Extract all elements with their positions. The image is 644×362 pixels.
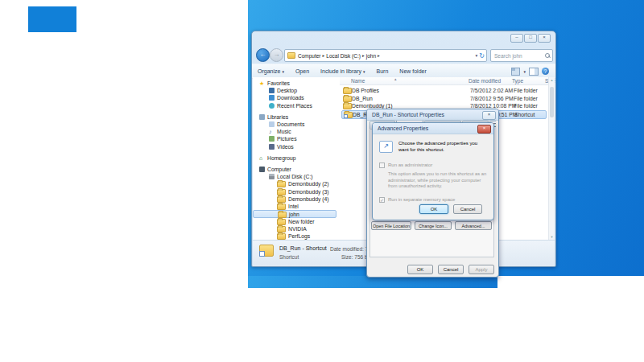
ok-button[interactable]: OK bbox=[407, 265, 433, 274]
sidebar-item-label: Desktop bbox=[277, 88, 297, 93]
properties-dialog-titlebar[interactable]: DB_Run - Shortcut Properties × bbox=[367, 109, 498, 121]
sidebar-item-label: Demonbuddy (4) bbox=[288, 196, 329, 202]
help-icon[interactable]: ? bbox=[542, 68, 549, 75]
sidebar-item-label: Pictures bbox=[277, 136, 297, 142]
maximize-button-icon[interactable]: □ bbox=[524, 34, 537, 43]
sidebar-item-libraries[interactable]: Libraries bbox=[253, 113, 340, 121]
sidebar-item-perflogs[interactable]: PerfLogs bbox=[253, 232, 340, 240]
recent-places-icon bbox=[269, 103, 275, 109]
sidebar-item-label: Intel bbox=[288, 204, 299, 209]
star-icon: ★ bbox=[259, 80, 265, 86]
file-row-db-profiles[interactable]: DB Profiles 7/5/2012 2:02 AM File folder bbox=[341, 87, 545, 94]
organize-button[interactable]: Organize ▾ bbox=[252, 68, 290, 74]
advanced-dialog-intro: Choose the advanced properties you want … bbox=[398, 141, 489, 153]
preview-pane-icon[interactable] bbox=[529, 68, 539, 76]
sidebar-item-label: PerfLogs bbox=[288, 233, 310, 239]
sidebar-item-computer[interactable]: Computer bbox=[253, 166, 340, 173]
sidebar-item-label: New folder bbox=[288, 219, 315, 224]
sidebar-item-label: Local Disk (C:) bbox=[277, 174, 313, 179]
advanced-dialog-titlebar[interactable]: Advanced Properties × bbox=[373, 123, 493, 134]
sidebar-item-demonbuddy-2[interactable]: Demonbuddy (2) bbox=[253, 180, 340, 187]
advanced-button[interactable]: Advanced... bbox=[455, 221, 492, 230]
downloads-icon bbox=[269, 95, 275, 101]
sidebar-item-label: Downloads bbox=[277, 95, 304, 101]
cancel-button[interactable]: Cancel bbox=[453, 204, 482, 214]
close-icon[interactable]: × bbox=[477, 125, 491, 134]
sidebar-item-demonbuddy-3[interactable]: Demonbuddy (3) bbox=[253, 187, 340, 195]
chevron-down-icon: ▾ bbox=[363, 69, 365, 74]
search-placeholder: Search john bbox=[494, 53, 522, 59]
sort-ascending-icon: ▴ bbox=[394, 76, 397, 81]
sidebar-item-nvidia[interactable]: NVIDIA bbox=[253, 225, 340, 232]
desktop-icon bbox=[269, 88, 275, 93]
cancel-button[interactable]: Cancel bbox=[438, 265, 464, 274]
change-icon-button[interactable]: Change Icon... bbox=[415, 221, 452, 230]
status-file-name: DB_Run - Shortcut bbox=[279, 245, 327, 251]
sidebar-item-desktop[interactable]: Desktop bbox=[253, 87, 340, 94]
chevron-down-icon[interactable]: ▾ bbox=[523, 69, 526, 74]
file-type: File folder bbox=[514, 103, 538, 109]
close-icon[interactable]: × bbox=[482, 111, 496, 120]
address-dropdown-icon[interactable]: ▾ bbox=[476, 53, 478, 58]
sidebar-item-favorites[interactable]: ★Favorites bbox=[253, 80, 340, 87]
documents-icon bbox=[269, 121, 275, 127]
search-input[interactable]: Search john bbox=[490, 49, 553, 62]
scrollbar-thumb[interactable] bbox=[550, 87, 554, 117]
breadcrumb-segment-computer[interactable]: Computer bbox=[298, 53, 321, 59]
vertical-scrollbar[interactable]: ▲ ▼ bbox=[548, 77, 555, 240]
breadcrumb-drive-icon bbox=[287, 52, 295, 59]
folder-icon bbox=[277, 189, 286, 195]
sidebar-item-john[interactable]: john bbox=[253, 210, 336, 218]
change-view-icon[interactable] bbox=[511, 68, 520, 76]
sidebar-item-homegroup[interactable]: ⌂Homegroup bbox=[253, 154, 340, 162]
sidebar-item-pictures[interactable]: Pictures bbox=[253, 135, 340, 142]
sidebar-item-videos[interactable]: Videos bbox=[253, 143, 340, 150]
forward-icon[interactable]: → bbox=[270, 48, 283, 62]
sidebar-item-intel[interactable]: Intel bbox=[253, 203, 340, 210]
homegroup-icon: ⌂ bbox=[259, 155, 265, 161]
run-in-separate-memory-checkbox[interactable] bbox=[379, 197, 385, 203]
close-button-icon[interactable]: × bbox=[538, 34, 551, 43]
sidebar-item-local-disk[interactable]: Local Disk (C:) bbox=[253, 173, 340, 180]
ok-button[interactable]: OK bbox=[419, 204, 448, 214]
breadcrumb-segment-john[interactable]: john bbox=[366, 53, 376, 59]
column-header-type[interactable]: Type bbox=[512, 78, 523, 84]
sidebar-item-label: Demonbuddy (3) bbox=[288, 189, 329, 195]
burn-button[interactable]: Burn bbox=[371, 68, 394, 74]
sidebar-item-label: Computer bbox=[267, 167, 291, 172]
sidebar-item-downloads[interactable]: Downloads bbox=[253, 94, 340, 101]
scroll-up-icon[interactable]: ▲ bbox=[550, 78, 554, 82]
status-file-type: Shortcut bbox=[279, 254, 299, 260]
open-button[interactable]: Open bbox=[290, 68, 315, 74]
column-header-date-modified[interactable]: Date modified bbox=[469, 78, 501, 84]
computer-icon bbox=[259, 167, 265, 172]
back-icon[interactable]: ← bbox=[256, 48, 270, 62]
sidebar-item-label: Homegroup bbox=[267, 155, 296, 161]
include-in-library-button[interactable]: Include in library ▾ bbox=[315, 68, 370, 74]
column-header-name[interactable]: Name bbox=[351, 78, 365, 84]
sidebar-item-recent-places[interactable]: Recent Places bbox=[253, 102, 340, 109]
minimize-button-icon[interactable]: – bbox=[510, 34, 523, 43]
breadcrumb-segment-local-disk[interactable]: Local Disk (C:) bbox=[326, 53, 361, 59]
open-file-location-button[interactable]: Open File Location bbox=[371, 221, 411, 230]
blue-decoration-rectangle bbox=[28, 6, 76, 32]
window-controls: – □ × bbox=[510, 34, 551, 43]
file-type: File folder bbox=[514, 88, 538, 93]
file-type: File folder bbox=[514, 96, 538, 101]
apply-button[interactable]: Apply bbox=[469, 265, 494, 274]
new-folder-button[interactable]: New folder bbox=[394, 68, 431, 74]
address-bar[interactable]: Computer ▸ Local Disk (C:) ▸ john ▸ ▾ ↻ bbox=[284, 49, 487, 62]
burn-label: Burn bbox=[377, 68, 389, 74]
run-as-administrator-checkbox[interactable] bbox=[379, 162, 385, 168]
refresh-icon[interactable]: ↻ bbox=[479, 52, 485, 60]
sidebar-item-demonbuddy-4[interactable]: Demonbuddy (4) bbox=[253, 195, 340, 203]
advanced-dialog-title: Advanced Properties bbox=[378, 125, 428, 131]
file-row-db-run[interactable]: DB_Run 7/8/2012 9:56 PM File folder bbox=[341, 95, 545, 102]
sidebar-item-new-folder[interactable]: New folder bbox=[253, 218, 340, 225]
scroll-down-icon[interactable]: ▼ bbox=[550, 235, 554, 239]
advanced-properties-dialog: Advanced Properties × ↗ Choose the advan… bbox=[372, 122, 494, 220]
sidebar-item-music[interactable]: ♪Music bbox=[253, 128, 340, 135]
run-as-administrator-label: Run as administrator bbox=[388, 162, 432, 167]
run-as-administrator-description: This option allows you to run this short… bbox=[388, 171, 487, 190]
sidebar-item-documents[interactable]: Documents bbox=[253, 121, 340, 128]
